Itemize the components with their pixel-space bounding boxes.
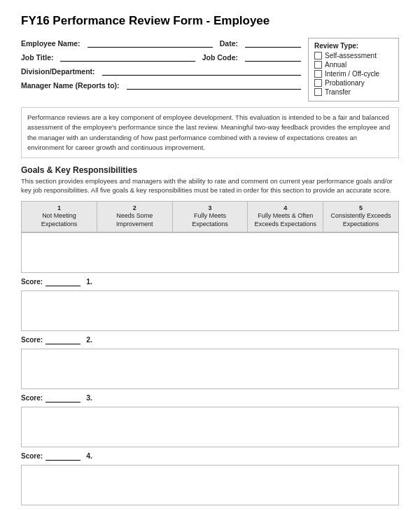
checkbox-transfer[interactable] [314, 88, 322, 96]
division-label: Division/Department: [21, 67, 95, 76]
rating-num-4: 4 [249, 204, 321, 213]
job-title-label: Job Title: [21, 53, 53, 62]
rating-num-3: 3 [174, 204, 246, 213]
checkbox-annual[interactable] [314, 61, 322, 69]
rating-col-5: 5 Consistently ExceedsExpectations [323, 202, 398, 232]
review-type-probationary: Probationary [314, 79, 393, 87]
score-row-1: Score: 1. [21, 277, 399, 286]
score-input-3[interactable] [46, 393, 80, 402]
manager-input[interactable] [127, 80, 301, 90]
item-number-2: 2. [86, 335, 92, 344]
job-code-label: Job Code: [202, 53, 238, 62]
score-label-4: Score: [21, 452, 43, 460]
section-title: Goals & Key Responsibilities [21, 165, 399, 175]
review-type-interim-label: Interim / Off-cycle [325, 70, 379, 78]
score-row-2: Score: 2. [21, 335, 399, 344]
description-text: Performance reviews are a key component … [27, 113, 390, 151]
section-desc: This section provides employees and mana… [21, 176, 399, 195]
rating-label-4: Fully Meets & OftenExceeds Expectations [255, 212, 317, 227]
goal-entry-4: Score: 4. [21, 407, 399, 461]
checkbox-probationary[interactable] [314, 79, 322, 87]
manager-label: Manager Name (Reports to): [21, 81, 120, 90]
score-input-4[interactable] [46, 451, 80, 461]
date-label: Date: [220, 39, 238, 48]
checkbox-self[interactable] [314, 52, 322, 59]
review-type-transfer: Transfer [314, 88, 393, 96]
goal-box-1[interactable] [21, 232, 399, 273]
rating-col-2: 2 Needs SomeImprovement [97, 202, 173, 232]
score-input-2[interactable] [46, 335, 80, 344]
rating-num-1: 1 [23, 204, 95, 213]
goal-entry-2: Score: 2. [21, 290, 399, 344]
rating-header: 1 Not MeetingExpectations 2 Needs SomeIm… [21, 201, 399, 232]
employee-name-label: Employee Name: [21, 39, 80, 48]
goal-box-2[interactable] [21, 290, 399, 331]
goal-box-5[interactable] [21, 465, 399, 505]
item-number-3: 3. [86, 393, 92, 402]
page-title: FY16 Performance Review Form - Employee [21, 14, 399, 28]
rating-num-5: 5 [325, 204, 397, 213]
rating-col-1: 1 Not MeetingExpectations [22, 202, 97, 232]
review-type-annual-label: Annual [325, 61, 346, 69]
rating-label-2: Needs SomeImprovement [116, 212, 153, 227]
score-label-2: Score: [21, 336, 43, 344]
goal-entry-5: Score: 5. [21, 465, 399, 511]
division-input[interactable] [102, 66, 301, 76]
score-input-1[interactable] [46, 277, 80, 286]
checkbox-interim[interactable] [314, 70, 322, 78]
rating-label-3: Fully MeetsExpectations [192, 212, 228, 227]
review-type-box: Review Type: Self-assessment Annual Inte… [308, 38, 399, 102]
item-number-4: 4. [86, 451, 92, 460]
review-type-probationary-label: Probationary [325, 79, 365, 87]
goal-box-4[interactable] [21, 407, 399, 447]
goal-box-3[interactable] [21, 349, 399, 389]
employee-name-input[interactable] [88, 38, 213, 48]
job-title-input[interactable] [60, 52, 195, 62]
score-label-1: Score: [21, 278, 43, 286]
review-type-transfer-label: Transfer [325, 88, 351, 96]
review-type-interim: Interim / Off-cycle [314, 70, 393, 78]
review-type-self-label: Self-assessment [325, 52, 377, 59]
score-label-3: Score: [21, 394, 43, 402]
review-type-title: Review Type: [314, 42, 393, 50]
review-type-annual: Annual [314, 61, 393, 69]
rating-col-4: 4 Fully Meets & OftenExceeds Expectation… [248, 202, 323, 232]
goal-entry-3: Score: 3. [21, 349, 399, 402]
score-row-4: Score: 4. [21, 451, 399, 461]
review-type-self: Self-assessment [314, 52, 393, 59]
description-box: Performance reviews are a key component … [21, 107, 399, 158]
job-code-input[interactable] [245, 52, 301, 62]
rating-label-5: Consistently ExceedsExpectations [331, 212, 391, 227]
rating-num-2: 2 [99, 204, 171, 213]
rating-col-3: 3 Fully MeetsExpectations [173, 202, 248, 232]
goals-section: Score: 1. Score: 2. Score: 3. Score: 4. [21, 232, 399, 511]
date-input[interactable] [245, 38, 301, 48]
score-row-3: Score: 3. [21, 393, 399, 402]
item-number-1: 1. [86, 277, 92, 286]
goal-entry-1: Score: 1. [21, 232, 399, 286]
rating-label-1: Not MeetingExpectations [41, 212, 78, 227]
